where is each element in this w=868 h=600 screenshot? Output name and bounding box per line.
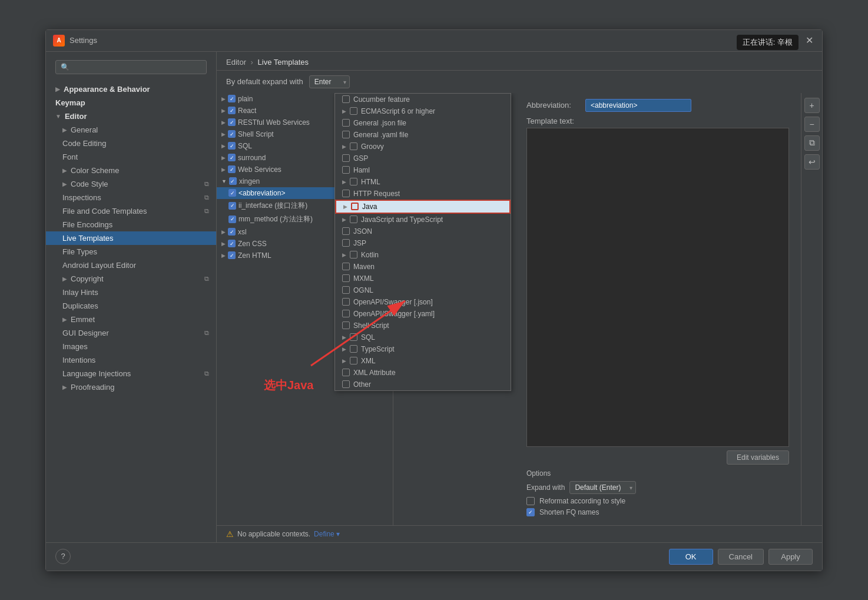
abbreviation-input[interactable] (585, 99, 691, 112)
checkbox-ii-interface[interactable]: ✓ (228, 202, 236, 210)
checkbox-zen-html[interactable]: ✓ (228, 251, 236, 259)
define-link[interactable]: Define ▾ (314, 530, 340, 538)
sidebar-item-copyright[interactable]: ▶ Copyright ⧉ (46, 272, 216, 286)
expand-select[interactable]: Enter Tab Space (309, 75, 350, 88)
checkbox-typescript[interactable] (350, 345, 357, 353)
help-button[interactable]: ? (55, 549, 71, 564)
edit-variables-button[interactable]: Edit variables (727, 450, 789, 465)
checkbox-openapi-json[interactable] (342, 298, 350, 306)
sidebar-item-file-encodings[interactable]: File Encodings (46, 218, 216, 231)
sidebar-item-keymap[interactable]: Keymap (46, 96, 216, 110)
checkbox-other[interactable] (342, 380, 350, 388)
checkbox-groovy[interactable] (350, 142, 357, 150)
checkbox-html[interactable] (350, 178, 357, 185)
checkbox-web-services[interactable]: ✓ (228, 165, 236, 173)
dropdown-item-gsp[interactable]: GSP (335, 153, 511, 164)
remove-button[interactable]: − (804, 117, 820, 132)
template-textarea[interactable] (526, 128, 789, 447)
apply-button[interactable]: Apply (768, 549, 813, 565)
sidebar-item-code-editing[interactable]: Code Editing (46, 137, 216, 150)
dropdown-item-xml[interactable]: ▶ XML (335, 355, 511, 367)
cancel-button[interactable]: Cancel (718, 549, 764, 565)
sidebar-item-file-code-templates[interactable]: File and Code Templates ⧉ (46, 204, 216, 218)
checkbox-haml[interactable] (342, 166, 350, 174)
reset-button[interactable]: ↩ (804, 154, 820, 170)
checkbox-shell-script[interactable] (342, 321, 350, 329)
dropdown-item-cucumber[interactable]: Cucumber feature (335, 94, 511, 105)
checkbox-jsp[interactable] (342, 239, 350, 247)
checkbox-plain[interactable]: ✓ (228, 95, 236, 102)
sidebar-item-images[interactable]: Images (46, 340, 216, 353)
dropdown-item-http-request[interactable]: HTTP Request (335, 188, 511, 200)
checkbox-kotlin[interactable] (350, 251, 357, 258)
sidebar-item-code-style[interactable]: ▶ Code Style ⧉ (46, 177, 216, 191)
dropdown-item-javascript[interactable]: ▶ JavaScript and TypeScript (335, 214, 511, 226)
ok-button[interactable]: OK (669, 549, 713, 565)
checkbox-json[interactable] (342, 119, 350, 127)
dropdown-item-xml-attribute[interactable]: XML Attribute (335, 367, 511, 379)
dropdown-item-shell-script[interactable]: Shell Script (335, 320, 511, 332)
sidebar-item-proofreading[interactable]: ▶ Proofreading (46, 380, 216, 394)
checkbox-sql2[interactable] (350, 333, 357, 341)
checkbox-xml[interactable] (350, 357, 357, 364)
checkbox-mm-method[interactable]: ✓ (228, 216, 236, 223)
checkbox-yaml[interactable] (342, 131, 350, 138)
dropdown-item-openapi-json[interactable]: OpenAPI/Swagger [.json] (335, 296, 511, 308)
checkbox-abbreviation[interactable]: ✓ (228, 189, 236, 197)
checkbox-javascript[interactable] (350, 216, 357, 223)
sidebar-item-inlay-hints[interactable]: Inlay Hints (46, 286, 216, 299)
dropdown-item-yaml[interactable]: General .yaml file (335, 129, 511, 141)
sidebar-item-font[interactable]: Font (46, 150, 216, 164)
sidebar-item-color-scheme[interactable]: ▶ Color Scheme (46, 164, 216, 177)
sidebar-item-file-types[interactable]: File Types (46, 245, 216, 258)
add-button[interactable]: + (804, 98, 820, 113)
dropdown-item-jsp[interactable]: JSP (335, 237, 511, 249)
dropdown-item-html[interactable]: ▶ HTML (335, 176, 511, 188)
checkbox-sql[interactable]: ✓ (228, 142, 236, 150)
dropdown-item-groovy[interactable]: ▶ Groovy (335, 141, 511, 153)
checkbox-react[interactable]: ✓ (228, 107, 236, 114)
copy-button[interactable]: ⧉ (804, 135, 820, 151)
checkbox-xsl[interactable]: ✓ (228, 228, 236, 236)
checkbox-mxml[interactable] (342, 274, 350, 282)
shorten-checkbox[interactable]: ✓ (526, 508, 535, 516)
search-input[interactable] (55, 60, 207, 74)
dropdown-item-java[interactable]: ▶ Java (335, 200, 511, 214)
checkbox-http-request[interactable] (342, 190, 350, 197)
checkbox-zen-css[interactable]: ✓ (228, 240, 236, 247)
sidebar-item-appearance[interactable]: ▶ Appearance & Behavior (46, 82, 216, 96)
sidebar-item-intentions[interactable]: Intentions (46, 353, 216, 367)
dropdown-item-typescript[interactable]: ▶ TypeScript (335, 343, 511, 355)
dropdown-item-mxml[interactable]: MXML (335, 273, 511, 284)
sidebar-item-live-templates[interactable]: Live Templates (46, 231, 216, 245)
checkbox-ecmascript[interactable] (350, 107, 357, 115)
checkbox-maven[interactable] (342, 263, 350, 270)
dropdown-item-openapi-yaml[interactable]: OpenAPI/Swagger [.yaml] (335, 308, 511, 320)
dropdown-item-ecmascript[interactable]: ▶ ECMAScript 6 or higher (335, 105, 511, 117)
sidebar-item-gui-designer[interactable]: GUI Designer ⧉ (46, 326, 216, 340)
checkbox-json2[interactable] (342, 227, 350, 235)
checkbox-xingen[interactable]: ✓ (229, 177, 237, 185)
sidebar-item-inspections[interactable]: Inspections ⧉ (46, 191, 216, 204)
sidebar-item-android-layout[interactable]: Android Layout Editor (46, 258, 216, 272)
dropdown-item-sql2[interactable]: ▶ SQL (335, 332, 511, 343)
checkbox-openapi-yaml[interactable] (342, 310, 350, 317)
sidebar-item-duplicates[interactable]: Duplicates (46, 299, 216, 313)
sidebar-item-emmet[interactable]: ▶ Emmet (46, 313, 216, 326)
checkbox-restful[interactable]: ✓ (228, 118, 236, 126)
dropdown-item-other[interactable]: Other (335, 379, 511, 390)
dropdown-item-kotlin[interactable]: ▶ Kotlin (335, 249, 511, 261)
checkbox-surround[interactable]: ✓ (228, 154, 236, 161)
checkbox-java[interactable] (351, 203, 359, 210)
checkbox-shell[interactable]: ✓ (228, 130, 236, 138)
checkbox-gsp[interactable] (342, 154, 350, 162)
dropdown-item-json2[interactable]: JSON (335, 226, 511, 237)
close-button[interactable]: ✕ (803, 35, 815, 47)
checkbox-xml-attribute[interactable] (342, 369, 350, 376)
expand-with-select[interactable]: Default (Enter) (569, 481, 636, 494)
dropdown-item-haml[interactable]: Haml (335, 164, 511, 176)
sidebar-item-editor[interactable]: ▼ Editor (46, 110, 216, 123)
sidebar-item-general[interactable]: ▶ General (46, 123, 216, 137)
dropdown-item-json[interactable]: General .json file (335, 117, 511, 129)
reformat-checkbox[interactable] (526, 497, 535, 505)
